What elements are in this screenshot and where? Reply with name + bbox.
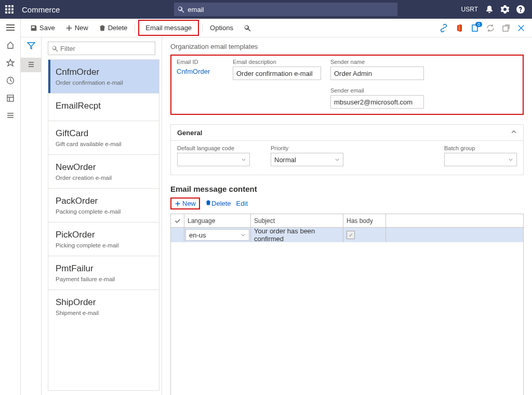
modules-icon[interactable] — [6, 111, 15, 121]
email-id-value[interactable]: CnfmOrder — [177, 67, 223, 75]
list-item[interactable]: PmtFailurPayment failure e-mail — [48, 256, 159, 289]
svg-rect-2 — [11, 5, 14, 7]
svg-rect-8 — [11, 11, 14, 14]
priority-label: Priority — [271, 145, 343, 151]
page-title: Organization email templates — [170, 43, 524, 50]
list-item[interactable]: CnfmOrderOrder confirmation e-mail — [48, 60, 159, 93]
search-action-icon[interactable] — [240, 21, 255, 35]
list-item[interactable]: PickOrderPicking complete e-mail — [48, 222, 159, 256]
list-item[interactable]: ShipOrderShipment e-mail — [48, 289, 159, 323]
svg-rect-3 — [5, 8, 7, 10]
row-language-select[interactable]: en-us — [185, 229, 249, 241]
help-icon[interactable] — [516, 5, 525, 14]
list-item[interactable]: PackOrderPacking complete e-mail — [48, 188, 159, 222]
office-icon[interactable] — [455, 24, 463, 32]
search-input[interactable] — [188, 6, 397, 14]
bell-icon[interactable] — [485, 5, 494, 14]
attachments-icon[interactable]: 0 — [471, 24, 479, 32]
email-message-button[interactable]: Email message — [138, 20, 199, 36]
content-new-highlight: New — [170, 198, 200, 209]
general-header[interactable]: General — [170, 124, 524, 141]
list-item[interactable]: NewOrderOrder creation e-mail — [48, 154, 159, 188]
batch-select[interactable] — [444, 153, 517, 166]
email-desc-label: Email description — [233, 59, 321, 65]
priority-select[interactable]: Normal — [271, 153, 343, 166]
list-item[interactable]: EmailRecpt — [48, 93, 159, 121]
sender-name-label: Sender name — [330, 59, 424, 65]
sender-email-label: Sender email — [330, 87, 424, 94]
list-view-icon[interactable] — [21, 58, 41, 72]
content-edit-button[interactable]: Edit — [236, 200, 248, 207]
refresh-icon[interactable] — [486, 24, 495, 32]
app-title: Commerce — [22, 5, 60, 14]
content-header: Email message content — [170, 185, 524, 193]
options-button[interactable]: Options — [206, 21, 237, 35]
svg-rect-10 — [7, 95, 14, 101]
email-desc-input[interactable]: Order confirmation e-mail — [233, 67, 321, 80]
recent-icon[interactable] — [6, 76, 15, 85]
delete-button[interactable]: Delete — [95, 21, 132, 35]
col-hasbody[interactable]: Has body — [343, 214, 386, 227]
waffle-icon[interactable] — [0, 0, 19, 19]
email-id-label: Email ID — [177, 59, 223, 65]
content-delete-button[interactable]: Delete — [205, 200, 231, 207]
star-icon[interactable] — [6, 58, 15, 68]
svg-rect-7 — [8, 11, 10, 14]
lang-code-select[interactable] — [177, 153, 250, 166]
sender-name-input[interactable]: Order Admin — [330, 67, 424, 80]
list-item[interactable]: GiftCardGift card available e-mail — [48, 121, 159, 154]
chevron-up-icon — [511, 129, 517, 137]
new-button[interactable]: New — [61, 21, 92, 35]
svg-rect-11 — [503, 26, 508, 31]
svg-rect-5 — [11, 8, 14, 10]
list-filter[interactable] — [48, 42, 155, 55]
col-subject[interactable]: Subject — [251, 214, 343, 227]
save-button[interactable]: Save — [26, 21, 59, 35]
table-row[interactable]: en-us Your order has been confirmed ✓ — [171, 228, 523, 242]
svg-rect-6 — [5, 11, 7, 14]
gear-icon[interactable] — [501, 5, 509, 14]
content-grid: Language Subject Has body en-us Your ord… — [170, 214, 524, 395]
hamburger-icon[interactable] — [6, 23, 15, 32]
popout-icon[interactable] — [502, 24, 510, 32]
lang-code-label: Default language code — [177, 145, 250, 151]
content-new-button[interactable]: New — [175, 200, 196, 207]
svg-rect-1 — [8, 5, 10, 7]
row-hasbody-checkbox[interactable]: ✓ — [347, 231, 355, 239]
close-icon[interactable] — [517, 24, 525, 32]
svg-rect-4 — [8, 8, 10, 10]
workspace-icon[interactable] — [6, 94, 15, 103]
col-check[interactable] — [171, 214, 184, 227]
sender-email-input[interactable]: mbsuser2@microsoft.com — [330, 95, 424, 109]
search-box[interactable] — [174, 3, 397, 16]
company-tag[interactable]: USRT — [461, 6, 478, 13]
header-fields: Email IDCnfmOrder Email descriptionOrder… — [170, 55, 524, 115]
svg-rect-0 — [5, 5, 7, 7]
batch-label: Batch group — [444, 145, 517, 151]
template-list: CnfmOrderOrder confirmation e-mail Email… — [48, 59, 159, 391]
col-language[interactable]: Language — [184, 214, 251, 227]
funnel-icon[interactable] — [27, 42, 35, 51]
home-icon[interactable] — [6, 41, 15, 50]
link-icon[interactable] — [440, 24, 448, 32]
list-filter-input[interactable] — [60, 45, 152, 52]
row-subject[interactable]: Your order has been confirmed — [251, 228, 343, 242]
